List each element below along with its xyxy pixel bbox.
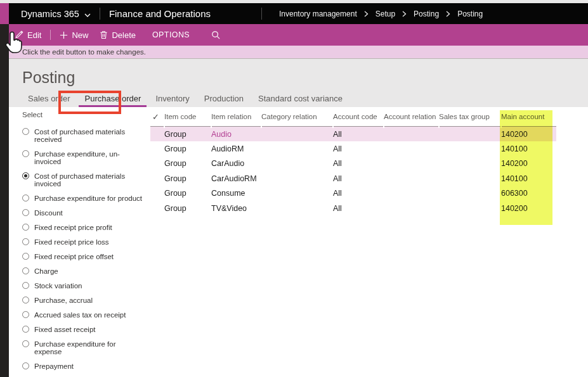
main-account-cell: 140200 [501,159,556,168]
radio-option-purchase-expenditure-for-expense[interactable]: Purchase expenditure for expense [22,340,149,355]
radio-option-fixed-receipt-price-profit[interactable]: Fixed receipt price profit [22,224,149,231]
radio-icon [22,282,29,289]
delete-button[interactable]: Delete [94,24,141,46]
product-switcher[interactable]: Dynamics 365 [21,9,91,19]
tab-content: Select Cost of purchased materials recei… [9,107,588,377]
item-code-cell: Group [164,159,211,168]
radio-option-fixed-asset-receipt[interactable]: Fixed asset receipt [22,326,149,333]
item-relation-cell[interactable]: CarAudio [211,159,261,168]
breadcrumb-posting-group[interactable]: Posting [414,10,439,18]
radio-icon [22,297,29,304]
tab-production[interactable]: Production [199,93,249,107]
message-bar-text: Click the edit button to make changes. [22,48,146,56]
radio-icon [22,362,29,369]
posting-accounts-grid: ✓ Item code Item relation Category relat… [150,107,556,215]
column-header-account-code[interactable]: Account code [333,107,384,126]
search-button[interactable] [206,24,226,46]
radio-icon [22,224,29,231]
collapsed-nav-pane[interactable] [0,24,9,377]
item-code-cell: Group [164,130,211,139]
column-header-main-account[interactable]: Main account [501,107,556,126]
account-code-cell: All [333,174,384,183]
radio-option-accrued-sales-tax-on-receipt[interactable]: Accrued sales tax on receipt [22,311,149,319]
breadcrumb-page[interactable]: Posting [457,10,483,18]
table-row[interactable]: Group Consume All 606300 [150,186,556,201]
action-pane: Edit New Delete OPTIONS [9,24,588,46]
posting-type-select-panel: Select Cost of purchased materials recei… [22,111,149,370]
radio-icon [22,253,29,260]
table-row[interactable]: Group CarAudioRM All 140100 [150,171,556,186]
radio-icon [22,150,29,157]
plus-icon [60,31,68,39]
breadcrumb-setup[interactable]: Setup [376,10,395,18]
breadcrumb-module[interactable]: Inventory management [279,10,357,18]
breadcrumb: Inventory management Setup Posting Posti… [279,10,483,18]
topbar-divider [100,8,100,20]
item-relation-cell[interactable]: AudioRM [211,144,261,153]
product-name: Dynamics 365 [21,9,79,19]
item-relation-cell[interactable]: Consume [211,189,261,198]
radio-option-fixed-receipt-price-loss[interactable]: Fixed receipt price loss [22,238,149,246]
table-row[interactable]: Group CarAudio All 140200 [150,157,556,171]
search-icon [211,30,221,40]
radio-icon [22,267,29,274]
topbar-divider [261,8,262,20]
account-code-cell: All [333,189,384,198]
app-name: Finance and Operations [109,8,211,19]
radio-option-prepayment[interactable]: Prepayment [22,362,149,370]
tab-inventory[interactable]: Inventory [150,93,195,107]
item-relation-link[interactable]: Audio [211,130,261,139]
main-account-cell: 606300 [501,189,556,198]
radio-option-purchase-expenditure-uninvoiced[interactable]: Purchase expenditure, un- invoiced [22,150,149,165]
chevron-right-icon [364,11,369,17]
radio-option-charge[interactable]: Charge [22,267,149,275]
column-header-category-relation[interactable]: Category relation [261,107,333,126]
main-account-cell: 140200 [501,130,556,139]
table-row[interactable]: Group Audio All 140200 [150,127,556,141]
item-code-cell: Group [164,189,211,198]
tab-purchase-order[interactable]: Purchase order [79,93,147,107]
radio-icon [22,209,29,216]
radio-icon [22,340,29,347]
radio-option-stock-variation[interactable]: Stock variation [22,282,149,290]
radio-option-purchase-accrual[interactable]: Purchase, accrual [22,297,149,304]
radio-option-list: Cost of purchased materials received Pur… [22,128,149,370]
tab-sales-order[interactable]: Sales order [22,93,75,107]
tab-strip: Sales order Purchase order Inventory Pro… [22,93,351,107]
delete-label: Delete [112,30,136,40]
dynamics365-window: Dynamics 365 Finance and Operations Inve… [0,0,588,377]
new-label: New [72,30,88,40]
column-header-item-code[interactable]: Item code [164,107,211,126]
options-menu[interactable]: OPTIONS [147,24,195,46]
radio-option-purchase-expenditure-for-product[interactable]: Purchase expenditure for product [22,195,149,202]
column-header-item-relation[interactable]: Item relation [211,107,261,126]
radio-option-cost-purchased-materials-invoiced[interactable]: Cost of purchased materials invoiced [22,172,149,188]
column-header-account-relation[interactable]: Account relation [384,107,439,126]
radio-selected-icon [22,172,29,179]
item-relation-cell[interactable]: TV&Video [211,204,261,213]
radio-icon [22,238,29,245]
main-account-cell: 140100 [501,144,556,153]
select-all-checkmark-icon[interactable]: ✓ [150,107,164,126]
grid-header-row: ✓ Item code Item relation Category relat… [150,107,556,127]
item-code-cell: Group [164,204,211,213]
radio-option-cost-purchased-materials-received[interactable]: Cost of purchased materials received [22,128,149,143]
edit-button[interactable]: Edit [9,24,47,46]
page-header: Posting Sales order Purchase order Inven… [9,59,588,107]
account-code-cell: All [333,204,384,213]
nav-accent-square [0,3,9,24]
radio-option-fixed-receipt-price-offset[interactable]: Fixed receipt price offset [22,253,149,260]
radio-option-discount[interactable]: Discount [22,209,149,217]
item-relation-cell[interactable]: CarAudioRM [211,174,261,183]
tab-standard-cost-variance[interactable]: Standard cost variance [252,93,348,107]
account-code-cell: All [333,130,384,139]
new-button[interactable]: New [54,24,94,46]
radio-icon [22,128,29,135]
page-title: Posting [22,68,75,87]
radio-icon [22,311,29,318]
main-account-cell: 140200 [501,204,556,213]
table-row[interactable]: Group AudioRM All 140100 [150,141,556,156]
column-header-sales-tax-group[interactable]: Sales tax group [439,107,501,126]
table-row[interactable]: Group TV&Video All 140200 [150,201,556,215]
account-code-cell: All [333,159,384,168]
